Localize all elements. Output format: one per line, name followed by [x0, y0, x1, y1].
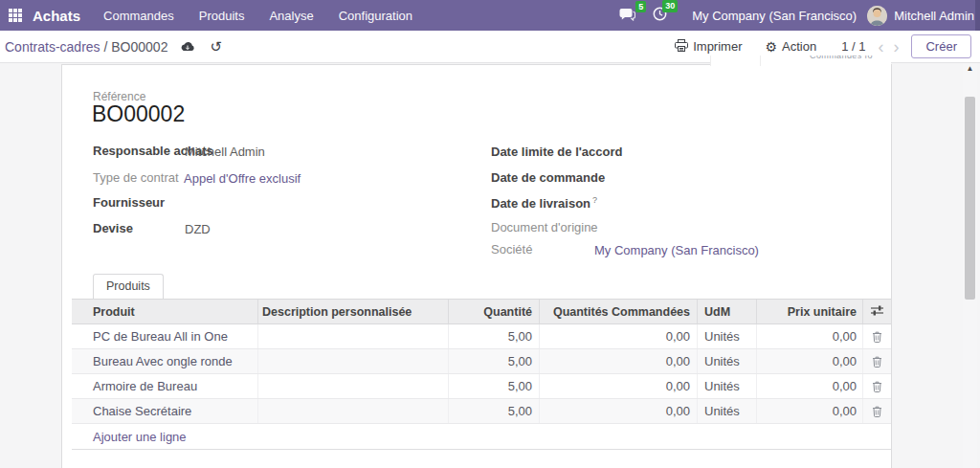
clipped-smart-button[interactable]: Commandes fo [710, 56, 891, 66]
cell-quantites-commandees[interactable]: 0,00 [539, 324, 697, 348]
cell-description[interactable] [257, 349, 448, 373]
table-header-row: Produit Description personnalisée Quanti… [72, 299, 891, 324]
scrollbar-thumb[interactable] [965, 97, 975, 300]
cell-quantites-commandees[interactable]: 0,00 [539, 399, 697, 423]
cell-quantite[interactable]: 5,00 [448, 349, 539, 373]
gear-icon: ⚙ [765, 40, 777, 54]
app-name-achats[interactable]: Achats [33, 8, 80, 24]
cell-description[interactable] [257, 324, 448, 348]
header-produit[interactable]: Produit [72, 300, 257, 323]
chat-bubble-icon [619, 8, 635, 24]
sliders-icon [871, 305, 883, 319]
cell-quantite[interactable]: 5,00 [448, 374, 539, 398]
breadcrumb: Contrats-cadres / BO00002 [5, 39, 167, 55]
cell-quantites-commandees[interactable]: 0,00 [539, 349, 697, 373]
societe-label: Société [491, 242, 532, 256]
delete-row-trash-icon[interactable] [862, 399, 891, 423]
apps-menu-icon[interactable] [9, 9, 23, 23]
cell-quantite[interactable]: 5,00 [448, 324, 539, 348]
header-quantites-commandees[interactable]: Quantités Commandées [539, 300, 697, 323]
add-line-link[interactable]: Ajouter une ligne [72, 424, 891, 450]
menu-commandes[interactable]: Commandes [103, 9, 174, 23]
table-row: PC de Bureau All in One 5,00 0,00 Unités… [72, 324, 891, 349]
save-cloud-icon[interactable] [180, 41, 195, 53]
type-de-contrat-value[interactable]: Appel d'Offre exclusif [184, 171, 301, 186]
breadcrumb-contrats-cadres[interactable]: Contrats-cadres [5, 39, 100, 55]
smart-button-label: Commandes fo [711, 56, 891, 60]
reference-value[interactable]: BO00002 [92, 101, 185, 127]
document-origine-value[interactable] [594, 221, 834, 235]
messages-badge: 5 [635, 1, 646, 13]
cell-product[interactable]: Armoire de Bureau [72, 374, 257, 398]
print-button[interactable]: Imprimer [675, 39, 742, 55]
cell-product[interactable]: Chaise Secrétaire [72, 399, 257, 423]
menu-produits[interactable]: Produits [199, 9, 245, 23]
breadcrumb-separator: / [100, 39, 112, 55]
responsable-achats-value[interactable]: Mitchell Admin [185, 145, 265, 159]
header-prix-unitaire[interactable]: Prix unitaire [756, 300, 862, 323]
fournisseur-label: Fournisseur [93, 195, 165, 210]
printer-icon [675, 39, 688, 55]
action-label: Action [782, 39, 816, 54]
navbar-right: 5 30 My Company (San Francisco) Mitchell… [619, 6, 980, 26]
pager-counter: 1 / 1 [841, 39, 865, 54]
table-row: Bureau Avec ongle ronde 5,00 0,00 Unités… [72, 349, 891, 374]
cell-udm[interactable]: Unités [697, 349, 756, 373]
cell-udm[interactable]: Unités [697, 399, 756, 423]
vertical-scrollbar: ▲ [963, 62, 977, 468]
cell-prix-unitaire[interactable]: 0,00 [756, 399, 862, 423]
user-avatar[interactable] [867, 6, 887, 26]
print-label: Imprimer [693, 39, 742, 54]
form-view-content: Commandes fo Référence BO00002 Responsab… [0, 62, 980, 468]
societe-value[interactable]: My Company (San Francisco) [594, 243, 759, 257]
date-commande-label: Date de commande [491, 170, 605, 185]
create-button[interactable]: Créer [911, 34, 971, 58]
pager-previous-icon[interactable]: ‹ [878, 38, 883, 56]
messages-button[interactable]: 5 [619, 8, 635, 24]
activities-badge: 30 [662, 0, 678, 12]
devise-value[interactable]: DZD [185, 222, 211, 236]
action-menu-button[interactable]: ⚙ Action [765, 39, 816, 54]
cell-description[interactable] [257, 399, 448, 423]
cell-description[interactable] [257, 374, 448, 398]
delete-row-trash-icon[interactable] [862, 324, 891, 348]
optional-columns-button[interactable] [862, 300, 891, 323]
activities-button[interactable]: 30 [653, 7, 667, 24]
date-livraison-label: Date de livraison? [491, 195, 597, 211]
table-body: PC de Bureau All in One 5,00 0,00 Unités… [72, 324, 891, 424]
cell-prix-unitaire[interactable]: 0,00 [756, 324, 862, 348]
menu-configuration[interactable]: Configuration [339, 9, 412, 23]
table-row: Armoire de Bureau 5,00 0,00 Unités 0,00 [72, 374, 891, 399]
cell-product[interactable]: PC de Bureau All in One [72, 324, 257, 348]
type-de-contrat-label: Type de contrat [93, 170, 179, 185]
discard-undo-icon[interactable]: ↺ [210, 39, 222, 54]
delete-row-trash-icon[interactable] [862, 349, 891, 373]
cell-prix-unitaire[interactable]: 0,00 [756, 349, 862, 373]
main-menu: Commandes Produits Analyse Configuration [103, 9, 412, 23]
menu-analyse[interactable]: Analyse [269, 9, 313, 23]
pager-next-icon[interactable]: › [893, 38, 899, 56]
delete-row-trash-icon[interactable] [862, 374, 891, 398]
fournisseur-value[interactable] [185, 196, 453, 211]
date-limite-value[interactable] [594, 145, 834, 160]
company-switcher[interactable]: My Company (San Francisco) [692, 9, 857, 23]
cell-udm[interactable]: Unités [697, 324, 756, 348]
navbar-edge-decoration [975, 0, 980, 31]
tab-produits[interactable]: Produits [93, 274, 164, 299]
date-commande-value[interactable] [594, 171, 834, 186]
header-udm[interactable]: UdM [697, 300, 756, 323]
smart-button-separator [760, 56, 761, 66]
form-sheet: Commandes fo Référence BO00002 Responsab… [61, 64, 892, 468]
products-table: Produit Description personnalisée Quanti… [72, 299, 891, 450]
top-navbar: Achats Commandes Produits Analyse Config… [0, 0, 980, 31]
cell-quantite[interactable]: 5,00 [448, 399, 539, 423]
header-quantite[interactable]: Quantité [448, 300, 539, 323]
date-livraison-value[interactable] [594, 196, 834, 211]
cell-prix-unitaire[interactable]: 0,00 [756, 374, 862, 398]
cell-quantites-commandees[interactable]: 0,00 [539, 374, 697, 398]
cell-product[interactable]: Bureau Avec ongle ronde [72, 349, 257, 373]
cell-udm[interactable]: Unités [697, 374, 756, 398]
header-description[interactable]: Description personnalisée [257, 300, 448, 323]
user-menu[interactable]: Mitchell Admin [894, 9, 974, 23]
scrollbar-up-arrow[interactable]: ▲ [963, 64, 977, 73]
